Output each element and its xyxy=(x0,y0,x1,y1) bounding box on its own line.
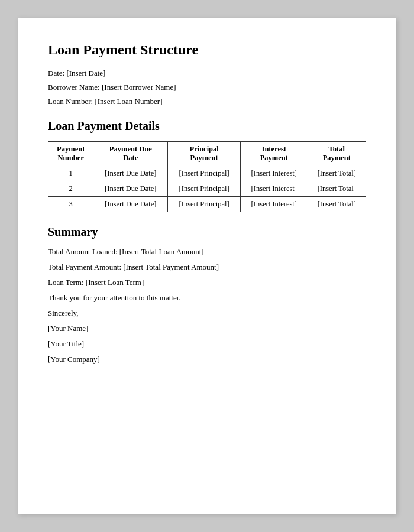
date-line: Date: [Insert Date] xyxy=(48,69,366,78)
loan-number-line: Loan Number: [Insert Loan Number] xyxy=(48,97,366,106)
your-company-line: [Your Company] xyxy=(48,355,366,364)
details-section-title: Loan Payment Details xyxy=(48,119,366,133)
table-row: 1 [Insert Due Date] [Insert Principal] [… xyxy=(48,166,366,181)
total-loaned-line: Total Amount Loaned: [Insert Total Loan … xyxy=(48,247,366,257)
cell-due-date: [Insert Due Date] xyxy=(93,166,168,181)
col-header-total: TotalPayment xyxy=(308,142,366,166)
cell-total: [Insert Total] xyxy=(308,181,366,197)
table-header-row: PaymentNumber Payment DueDate PrincipalP… xyxy=(48,142,366,166)
cell-due-date: [Insert Due Date] xyxy=(93,181,168,197)
total-payment-line: Total Payment Amount: [Insert Total Paym… xyxy=(48,262,366,272)
cell-principal: [Insert Principal] xyxy=(168,181,241,197)
col-header-interest: InterestPayment xyxy=(241,142,308,166)
cell-payment-number: 1 xyxy=(48,166,93,181)
cell-due-date: [Insert Due Date] xyxy=(93,197,168,212)
col-header-principal: PrincipalPayment xyxy=(168,142,241,166)
cell-principal: [Insert Principal] xyxy=(168,166,241,181)
cell-interest: [Insert Interest] xyxy=(241,166,308,181)
your-title-line: [Your Title] xyxy=(48,339,366,349)
borrower-line: Borrower Name: [Insert Borrower Name] xyxy=(48,83,366,92)
col-header-payment-number: PaymentNumber xyxy=(48,142,93,166)
cell-payment-number: 2 xyxy=(48,181,93,197)
summary-section-title: Summary xyxy=(48,225,366,239)
table-row: 3 [Insert Due Date] [Insert Principal] [… xyxy=(48,197,366,212)
cell-interest: [Insert Interest] xyxy=(241,181,308,197)
cell-total: [Insert Total] xyxy=(308,166,366,181)
sincerely-line: Sincerely, xyxy=(48,309,366,318)
cell-principal: [Insert Principal] xyxy=(168,197,241,212)
document-container: Loan Payment Structure Date: [Insert Dat… xyxy=(18,18,396,514)
cell-payment-number: 3 xyxy=(48,197,93,212)
table-row: 2 [Insert Due Date] [Insert Principal] [… xyxy=(48,181,366,197)
cell-interest: [Insert Interest] xyxy=(241,197,308,212)
payment-table: PaymentNumber Payment DueDate PrincipalP… xyxy=(48,141,366,212)
col-header-due-date: Payment DueDate xyxy=(93,142,168,166)
loan-term-line: Loan Term: [Insert Loan Term] xyxy=(48,278,366,287)
your-name-line: [Your Name] xyxy=(48,324,366,333)
document-title: Loan Payment Structure xyxy=(48,42,366,58)
cell-total: [Insert Total] xyxy=(308,197,366,212)
thank-you-line: Thank you for your attention to this mat… xyxy=(48,293,366,303)
